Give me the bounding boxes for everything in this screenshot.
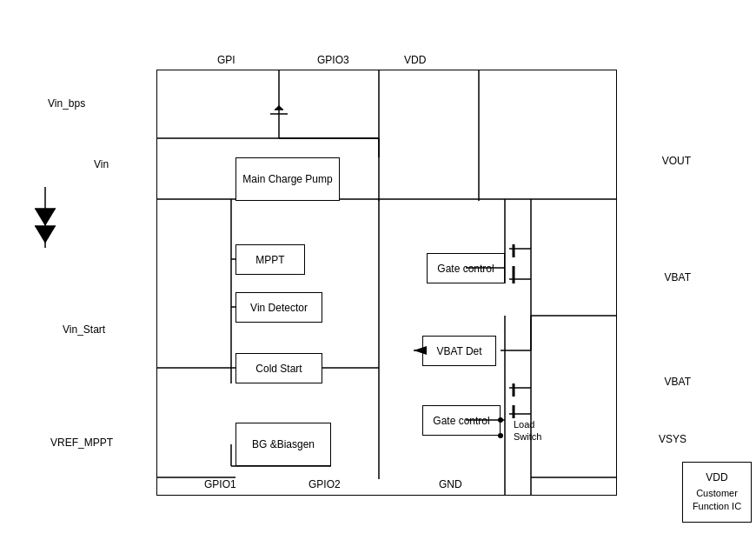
vbat-det-label: VBAT Det bbox=[436, 345, 481, 357]
gate-control-top-label: Gate control bbox=[437, 263, 494, 275]
mppt-box: MPPT bbox=[235, 244, 305, 275]
vbat-det-box: VBAT Det bbox=[422, 336, 496, 366]
connections-svg bbox=[157, 70, 616, 495]
label-vbat-bottom: VBAT bbox=[665, 376, 691, 388]
cold-start-label: Cold Start bbox=[255, 363, 302, 375]
cold-start-box: Cold Start bbox=[235, 353, 322, 383]
svg-marker-1 bbox=[35, 209, 56, 226]
gate-control-bottom-box: Gate control bbox=[422, 405, 501, 436]
customer-function-ic-box: VDD CustomerFunction IC bbox=[682, 462, 752, 523]
mppt-label: MPPT bbox=[255, 254, 284, 266]
customer-function-ic-label: CustomerFunction IC bbox=[693, 487, 741, 514]
gate-control-bottom-label: Gate control bbox=[433, 415, 489, 427]
bg-biasgen-label: BG &Biasgen bbox=[252, 438, 315, 450]
label-vsys: VSYS bbox=[659, 433, 686, 445]
label-vin: Vin bbox=[94, 158, 109, 170]
label-vref-mppt: VREF_MPPT bbox=[50, 437, 113, 449]
gate-control-top-box: Gate control bbox=[427, 253, 505, 283]
customer-vdd-label: VDD bbox=[706, 471, 727, 483]
label-gpi: GPI bbox=[217, 54, 235, 66]
label-vdd-top: VDD bbox=[404, 54, 426, 66]
label-gpio3: GPIO3 bbox=[317, 54, 349, 66]
main-outer-box: Main Charge Pump MPPT Vin Detector Cold … bbox=[156, 70, 617, 496]
label-vin-start: Vin_Start bbox=[63, 323, 105, 336]
vin-detector-label: Vin Detector bbox=[250, 302, 308, 314]
diagram-container: GPI GPIO3 VDD GPIO1 GPIO2 GND Vin_bps Vi… bbox=[113, 35, 652, 504]
svg-marker-2 bbox=[35, 226, 56, 243]
vin-detector-box: Vin Detector bbox=[235, 292, 322, 323]
bg-biasgen-box: BG &Biasgen bbox=[235, 423, 331, 466]
svg-marker-9 bbox=[275, 105, 283, 110]
main-charge-pump-label: Main Charge Pump bbox=[242, 173, 332, 185]
label-vbat-top: VBAT bbox=[665, 271, 691, 283]
label-vin-bps: Vin_bps bbox=[48, 97, 85, 110]
load-switch-label: LoadSwitch bbox=[514, 418, 541, 443]
left-symbol bbox=[26, 183, 65, 252]
label-vout: VOUT bbox=[662, 155, 691, 167]
main-charge-pump-box: Main Charge Pump bbox=[235, 157, 340, 201]
